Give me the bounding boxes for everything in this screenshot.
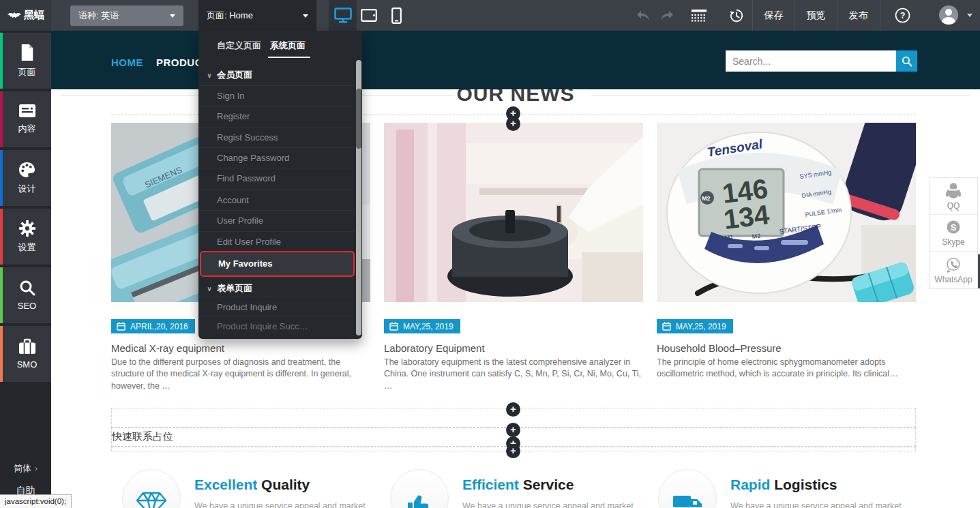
search-button[interactable] (896, 50, 917, 72)
add-section-button[interactable]: + (506, 402, 520, 417)
desktop-icon (334, 8, 352, 23)
menu-item-register[interactable]: Register (198, 106, 354, 126)
tab-system-pages[interactable]: 系统页面 (270, 40, 306, 52)
grid-icon (692, 10, 707, 22)
toolbar-divider (880, 0, 880, 31)
contact-label: Skype (942, 237, 964, 247)
sidebar-item-label: SMO (17, 359, 38, 370)
add-section-button[interactable]: + (506, 423, 520, 437)
search-input[interactable] (726, 50, 896, 72)
sidebar-item-seo[interactable]: SEO (0, 267, 51, 323)
news-description: The laboratory equipment is the latest c… (384, 357, 642, 392)
device-phone-button[interactable] (387, 0, 405, 31)
menu-item-user-profile[interactable]: User Profile (198, 210, 354, 230)
menu-item-edit-user-profile[interactable]: Edit User Profile (198, 231, 354, 252)
menu-item-product-inquire-success[interactable]: Product Inquire Succ… (198, 316, 354, 336)
history-button[interactable] (727, 0, 746, 31)
feature-rest: Service (523, 477, 574, 492)
gear-icon (19, 220, 35, 237)
undo-icon (636, 10, 651, 21)
calendar-icon (389, 322, 398, 331)
language-selector[interactable]: 语种: 英语 (70, 5, 183, 26)
add-section-button[interactable]: + (506, 117, 520, 131)
preview-button[interactable]: 预览 (795, 0, 837, 31)
menu-item-change-password[interactable]: Change Password (198, 147, 354, 168)
menu-section-member-pages[interactable]: ∨会员页面 (198, 65, 354, 85)
avatar[interactable] (939, 5, 958, 25)
news-description: The principle of home electronic sphygmo… (657, 357, 915, 380)
news-card[interactable]: MAY,25, 2019 Laboratory Equipment The la… (384, 123, 643, 302)
page-icon (20, 44, 35, 61)
menu-item-account[interactable]: Account (198, 190, 354, 210)
page-selector[interactable]: 页面: Home (198, 0, 316, 31)
save-button[interactable]: 保存 (753, 0, 795, 31)
device-desktop-button[interactable] (329, 0, 357, 31)
sidebar-item-pages[interactable]: 页面 (0, 33, 51, 89)
label-m1: M1 (724, 234, 733, 241)
editor-language-label: 简体 (14, 462, 31, 475)
qq-icon (945, 181, 962, 199)
sidebar-item-label: 内容 (18, 123, 36, 135)
feature-highlight: Efficient (462, 477, 519, 492)
news-date-badge: APRIL,20, 2016 (111, 319, 195, 333)
help-button[interactable]: ? (892, 0, 912, 31)
news-card[interactable]: Tensoval 146 134 M2 SYS mmHg DIA mmHg PU… (657, 123, 916, 302)
site-search (726, 50, 917, 72)
feature-highlight: Excellent (194, 477, 257, 492)
chevron-down-icon: ∨ (207, 65, 212, 85)
search-icon (19, 280, 35, 296)
site-header: HOME PRODUCT (51, 31, 980, 89)
menu-item-product-inquire[interactable]: Product Inquire (198, 297, 354, 317)
sidebar-item-settings[interactable]: 设置 (0, 209, 51, 265)
contact-label: QQ (947, 201, 960, 211)
chevron-down-icon (170, 14, 175, 18)
account-chevron-down-icon[interactable] (967, 14, 972, 17)
grid-module-button[interactable] (689, 0, 709, 31)
phone-icon (391, 8, 402, 24)
news-title[interactable]: Laboratory Equipment (384, 342, 485, 354)
news-image-laboratory (384, 123, 643, 302)
news-date: MAY,25, 2019 (403, 322, 454, 331)
menu-section-form-pages[interactable]: ∨表单页面 (198, 278, 354, 298)
undo-button[interactable] (634, 0, 652, 31)
menu-item-my-favorites-highlighted[interactable]: My Favorites (200, 251, 355, 277)
news-date-badge: MAY,25, 2019 (657, 319, 733, 333)
lcd-m2-badge: M2 (702, 195, 711, 202)
feature-circle (390, 469, 449, 508)
page-selector-dropdown: 自定义页面 系统页面 ∨会员页面 Sign In Register Regist… (198, 31, 362, 339)
news-title[interactable]: Medical X-ray equipment (111, 342, 224, 354)
sidebar-item-label: 设计 (18, 183, 36, 195)
svg-text:S: S (951, 222, 957, 233)
menu-scrollbar-thumb[interactable] (356, 89, 361, 149)
contact-qq[interactable]: QQ (930, 178, 977, 215)
menu-item-regist-success[interactable]: Regist Success (198, 127, 354, 147)
builder-sidebar: 页面 内容 设计 设置 SEO SMO 简体 › 自助 (0, 31, 51, 508)
feature-description: We have a unique service appeal and mark… (194, 501, 366, 508)
menu-item-find-password[interactable]: Find Password (198, 168, 354, 188)
sidebar-item-content[interactable]: 内容 (0, 91, 51, 147)
title-divider-right (591, 95, 970, 95)
site-nav-home[interactable]: HOME (111, 57, 143, 68)
publish-button[interactable]: 发布 (837, 0, 879, 31)
language-selector-label: 语种: 英语 (78, 10, 119, 22)
contact-skype[interactable]: S Skype (930, 215, 977, 252)
sidebar-item-design[interactable]: 设计 (0, 150, 51, 206)
editor-language-switch[interactable]: 简体 › (0, 460, 51, 477)
bat-logo-icon (7, 11, 22, 20)
news-date-badge: MAY,25, 2019 (384, 319, 460, 333)
menu-section-label: 表单页面 (217, 283, 252, 293)
news-title[interactable]: Household Blood–Pressure (657, 342, 782, 354)
menu-scrollbar-track[interactable] (356, 60, 361, 335)
status-bar-link-hint: javascript:void(0); (0, 494, 72, 508)
sidebar-item-smo[interactable]: SMO (0, 326, 51, 382)
device-tablet-button[interactable] (359, 0, 378, 31)
menu-item-sign-in[interactable]: Sign In (198, 85, 354, 106)
briefcase-icon (18, 338, 36, 355)
contact-whatsapp[interactable]: WhatsApp (930, 252, 977, 288)
add-section-button[interactable]: + (506, 444, 520, 458)
tab-custom-pages[interactable]: 自定义页面 (217, 40, 261, 52)
sidebar-item-label: 设置 (18, 241, 36, 254)
redo-button[interactable] (658, 0, 676, 31)
app-logo: 黑蝠 (0, 0, 51, 31)
feature-description: We have a unique service appeal and mark… (730, 501, 902, 508)
